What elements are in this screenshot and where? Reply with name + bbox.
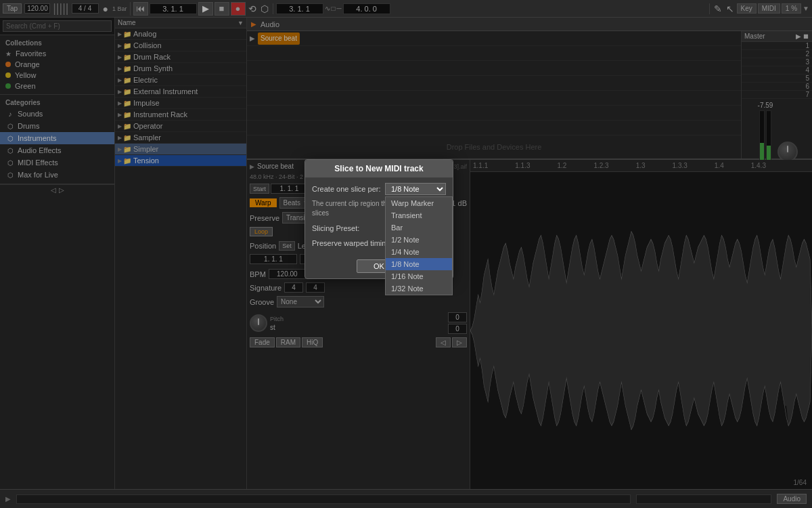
clip-slot-7[interactable] — [247, 121, 741, 135]
pitch-knob-area — [250, 314, 267, 332]
sig-numerator[interactable]: 4 — [284, 282, 303, 293]
file-item-analog[interactable]: ▶ 📁 Analog — [115, 28, 246, 40]
loop-icon[interactable]: ⟲ — [247, 3, 258, 14]
start-set-btn[interactable]: Start — [250, 184, 269, 194]
transport-play-icon[interactable]: ▶ — [5, 495, 11, 503]
time-sig-display[interactable]: 4 / 4 — [72, 3, 99, 14]
clip-play-icon[interactable]: ▶ — [250, 35, 255, 42]
dropdown-warp-marker[interactable]: Warp Marker — [386, 197, 452, 209]
file-item-operator[interactable]: ▶ 📁 Operator — [115, 121, 246, 132]
file-item-drum-synth[interactable]: ▶ 📁 Drum Synth — [115, 63, 246, 75]
cursor-icon[interactable]: ↖ — [725, 3, 736, 14]
categories-header: Categories — [0, 98, 114, 108]
file-item-external[interactable]: ▶ 📁 External Instrument — [115, 86, 246, 98]
waveform-next-btn[interactable]: ▷ — [452, 337, 467, 347]
position-value[interactable]: 1. 1. 1 — [250, 254, 297, 264]
scroll-right-icon[interactable]: ▷ — [59, 186, 64, 194]
dropdown-quarter-note[interactable]: 1/4 Note — [386, 246, 452, 258]
mixer-section: Master ▶ ⏹ 1 2 3 4 5 6 7 — [741, 31, 812, 158]
clip-slot-2[interactable] — [247, 46, 741, 61]
collection-item-yellow[interactable]: Yellow — [0, 70, 114, 81]
search-input[interactable] — [3, 20, 112, 32]
collection-item-green[interactable]: Green — [0, 81, 114, 91]
clip-slot-5[interactable] — [247, 91, 741, 106]
pitch-knob[interactable] — [250, 314, 267, 332]
category-drums[interactable]: ⬡ Drums — [0, 120, 114, 132]
clip-slot-4[interactable] — [247, 76, 741, 91]
start-val[interactable]: 1. 1. 1 — [271, 184, 308, 194]
warp-button[interactable]: Warp — [250, 198, 277, 207]
loop-button[interactable]: Loop — [250, 227, 273, 236]
category-sounds[interactable]: ♪ Sounds — [0, 108, 114, 120]
clip-slot-6[interactable] — [247, 106, 741, 121]
dropdown-half-note[interactable]: 1/2 Note — [386, 234, 452, 246]
file-item-sampler[interactable]: ▶ 📁 Sampler — [115, 132, 246, 144]
scroll-arrows: ◁ ▷ — [0, 184, 114, 195]
file-item-drum-rack[interactable]: ▶ 📁 Drum Rack — [115, 51, 246, 63]
collection-item-orange[interactable]: Orange — [0, 59, 114, 70]
progress-bar[interactable] — [16, 494, 631, 504]
master-play-icon[interactable]: ▶ — [796, 33, 801, 40]
expand-icon-drum-rack: ▶ — [118, 54, 122, 60]
slice-dropdown-menu[interactable]: Warp Marker Transient Bar 1/2 Note 1/4 N… — [385, 196, 453, 295]
category-max-live[interactable]: ⬡ Max for Live — [0, 169, 114, 181]
slice-per-select[interactable]: Warp Marker Transient Bar 1/2 Note 1/4 N… — [385, 183, 446, 195]
midi-button[interactable]: MIDI — [758, 3, 780, 14]
file-item-electric[interactable]: ▶ 📁 Electric — [115, 75, 246, 86]
file-label-collision: Collision — [133, 41, 162, 49]
folder-icon-impulse: 📁 — [123, 100, 131, 107]
file-item-simpler[interactable]: ▶ 📁 Simpler — [115, 144, 246, 155]
sig-denominator[interactable]: 4 — [306, 282, 325, 293]
groove-select[interactable]: None — [277, 296, 324, 308]
audio-button[interactable]: Audio — [777, 494, 807, 504]
pitch-num-1[interactable]: 0 — [448, 312, 467, 322]
stop-button[interactable]: ■ — [215, 2, 229, 16]
clip-slot-3[interactable] — [247, 61, 741, 76]
dropdown-thirtysecond-note[interactable]: 1/32 Note — [386, 282, 452, 295]
position-set-btn[interactable]: Set — [279, 241, 295, 251]
fade-button[interactable]: Fade — [250, 337, 275, 347]
tap-button[interactable]: Tap — [3, 3, 22, 14]
zoom-button[interactable]: 1 % — [782, 3, 801, 14]
dropdown-bar[interactable]: Bar — [386, 221, 452, 234]
waveform-svg: // Generate waveform bars via SVG — [470, 172, 812, 489]
master-pan-knob[interactable] — [777, 142, 798, 162]
scroll-left-icon[interactable]: ◁ — [51, 186, 56, 194]
file-item-instrument-rack[interactable]: ▶ 📁 Instrument Rack — [115, 109, 246, 121]
play-button[interactable]: ▶ — [198, 2, 213, 16]
bpm-display[interactable]: 120.00 — [24, 3, 50, 14]
record-button[interactable]: ● — [231, 2, 246, 16]
file-item-tension[interactable]: ▶ 📁 Tension — [115, 155, 246, 167]
metronome-icon[interactable]: ● — [102, 3, 110, 14]
hiq-button[interactable]: HiQ — [302, 337, 323, 347]
expand-icon-analog: ▶ — [118, 31, 122, 37]
punch-icon[interactable]: ⬡ — [259, 3, 270, 14]
file-item-collision[interactable]: ▶ 📁 Collision — [115, 40, 246, 51]
rewind-button[interactable]: ⏮ — [133, 2, 148, 16]
category-instruments[interactable]: ⬡ Instruments — [0, 132, 114, 144]
master-stop-icon[interactable]: ⏹ — [803, 33, 809, 40]
category-midi-effects[interactable]: ⬡ MIDI Effects — [0, 156, 114, 169]
category-audio-effects[interactable]: ⬡ Audio Effects — [0, 144, 114, 156]
clip-slot-1[interactable]: ▶ Source beat — [247, 31, 741, 46]
waveform-prev-btn[interactable]: ◁ — [436, 337, 451, 347]
ram-button[interactable]: RAM — [276, 337, 300, 347]
scroll-bar-bottom[interactable] — [636, 494, 771, 504]
loop-mode[interactable]: 1 Bar — [112, 5, 127, 12]
pitch-num-2[interactable]: 0 — [448, 324, 467, 334]
collection-item-favorites[interactable]: ★ Favorites — [0, 48, 114, 59]
key-button[interactable]: Key — [737, 3, 757, 14]
mixer-row-6: 6 — [742, 83, 812, 91]
color-dot-yellow — [5, 72, 11, 78]
play-session-icon[interactable]: ▶ — [251, 20, 256, 28]
pencil-icon[interactable]: ✎ — [713, 3, 723, 14]
source-beat-clip[interactable]: Source beat — [258, 33, 300, 45]
bpm-value[interactable]: 120.00 — [269, 269, 306, 279]
folder-icon-external: 📁 — [123, 88, 131, 96]
dropdown-eighth-note[interactable]: 1/8 Note — [386, 258, 452, 270]
dropdown-sixteenth-note[interactable]: 1/16 Note — [386, 270, 452, 282]
pitch-nums: 0 0 — [448, 312, 467, 334]
dropdown-transient[interactable]: Transient — [386, 209, 452, 221]
file-item-impulse[interactable]: ▶ 📁 Impulse — [115, 98, 246, 109]
waveform-canvas[interactable]: // Generate waveform bars via SVG 1/64 — [470, 172, 812, 489]
